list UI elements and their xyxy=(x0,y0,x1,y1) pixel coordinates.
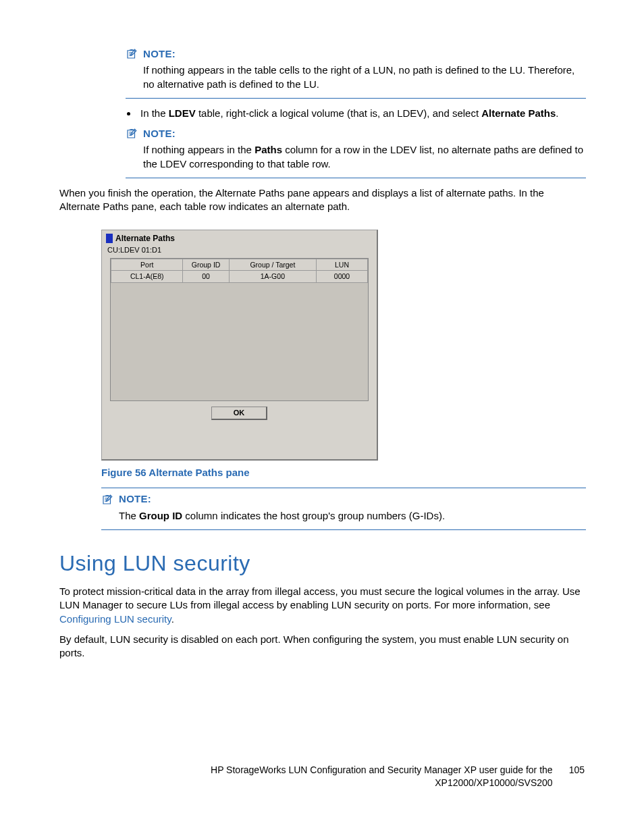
body-text: By default, LUN security is disabled on … xyxy=(59,633,586,660)
body-text: . xyxy=(171,613,174,625)
col-lun[interactable]: LUN xyxy=(316,259,367,271)
paths-table: Port Group ID Group / Target LUN CL1-A(E… xyxy=(110,258,369,401)
bold-text: Group ID xyxy=(139,510,182,521)
body-text: To protect mission-critical data in the … xyxy=(59,585,586,626)
footer-line: XP12000/XP10000/SVS200 xyxy=(211,777,553,789)
body-text: When you finish the operation, the Alter… xyxy=(59,186,586,214)
note-text: If nothing appears in the table cells to… xyxy=(143,63,586,91)
divider xyxy=(126,98,586,99)
ok-button[interactable]: OK xyxy=(211,407,267,420)
body-text: The xyxy=(119,510,139,521)
note-icon xyxy=(101,494,113,506)
body-text: In the xyxy=(140,107,169,119)
note-label: NOTE: xyxy=(143,127,176,140)
body-text: column indicates the host group's group … xyxy=(182,510,445,521)
bold-text: LDEV xyxy=(169,107,196,119)
body-text: If nothing appears in the xyxy=(143,144,254,155)
table-header-row: Port Group ID Group / Target LUN xyxy=(111,259,368,271)
link-configuring-lun-security[interactable]: Configuring LUN security xyxy=(59,613,171,625)
page-number: 105 xyxy=(569,764,585,777)
cell-lun: 0000 xyxy=(316,271,367,282)
divider xyxy=(126,178,586,178)
note-label: NOTE: xyxy=(119,492,151,506)
col-port[interactable]: Port xyxy=(111,259,183,271)
body-text: To protect mission-critical data in the … xyxy=(59,585,581,610)
bold-text: Paths xyxy=(254,144,282,155)
note-text: The Group ID column indicates the host g… xyxy=(119,509,586,523)
cell-group-id: 00 xyxy=(183,271,229,282)
cell-port: CL1-A(E8) xyxy=(111,271,183,282)
col-group-id[interactable]: Group ID xyxy=(183,259,229,271)
divider xyxy=(101,488,586,488)
pane-indicator-icon xyxy=(106,234,113,243)
page-footer: HP StorageWorks LUN Configuration and Se… xyxy=(59,764,585,789)
note-label: NOTE: xyxy=(143,47,176,61)
note-icon xyxy=(126,128,138,140)
col-group-target[interactable]: Group / Target xyxy=(229,259,316,271)
pane-subtitle: CU:LDEV 01:D1 xyxy=(107,245,373,255)
table-row[interactable]: CL1-A(E8) 00 1A-G00 0000 xyxy=(111,271,368,282)
note-text: If nothing appears in the Paths column f… xyxy=(143,143,586,171)
divider xyxy=(101,529,586,530)
bold-text: Alternate Paths xyxy=(481,107,556,119)
body-text: table, right-click a logical volume (tha… xyxy=(196,107,482,119)
list-item: In the LDEV table, right-click a logical… xyxy=(138,107,586,120)
alternate-paths-pane: Alternate Paths CU:LDEV 01:D1 Port Group… xyxy=(101,230,378,461)
cell-group-target: 1A-G00 xyxy=(229,271,316,282)
pane-title: Alternate Paths xyxy=(115,233,175,244)
section-heading: Using LUN security xyxy=(59,549,586,578)
note-icon xyxy=(126,48,138,60)
body-text: . xyxy=(556,107,558,119)
footer-line: HP StorageWorks LUN Configuration and Se… xyxy=(211,764,553,777)
figure-caption: Figure 56 Alternate Paths pane xyxy=(101,466,586,479)
